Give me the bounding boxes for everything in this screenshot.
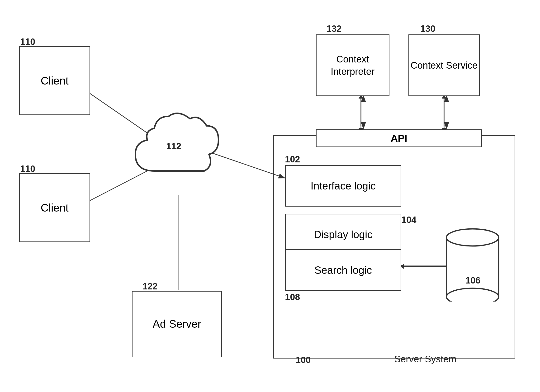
search-logic-label: Search logic	[315, 264, 372, 276]
client1-number-label: 110	[20, 37, 35, 47]
ad-server-label: Ad Server	[153, 317, 201, 331]
context-service-number: 130	[420, 24, 435, 34]
server-system-number: 100	[296, 355, 311, 365]
diagram-container: 110 Client 110 Client 112 122 Ad Server …	[0, 0, 540, 392]
context-interpreter-box: Context Interpreter	[316, 35, 390, 96]
svg-point-23	[446, 288, 499, 302]
interface-logic-label: Interface logic	[311, 180, 376, 192]
context-interpreter-number: 132	[326, 24, 341, 34]
api-label: API	[391, 133, 407, 144]
client1-box: Client	[19, 46, 90, 115]
client1-label: Client	[41, 74, 69, 87]
client2-label: Client	[41, 201, 69, 214]
svg-point-24	[446, 229, 499, 246]
client2-box: Client	[19, 173, 90, 242]
server-system-label: Server System	[394, 354, 456, 364]
network-number-label: 112	[166, 141, 181, 151]
ad-server-box: Ad Server	[132, 291, 222, 357]
context-service-label: Context Service	[410, 59, 478, 71]
ad-server-number-label: 122	[142, 281, 157, 292]
display-logic-number: 104	[401, 215, 416, 225]
display-logic-box: Display logic	[285, 214, 401, 255]
context-interpreter-label: Context Interpreter	[316, 53, 389, 78]
display-logic-label: Display logic	[314, 229, 373, 241]
search-logic-box: Search logic	[285, 249, 401, 291]
client2-number-label: 110	[20, 164, 35, 174]
interface-logic-box: Interface logic	[285, 165, 401, 207]
database-cylinder	[444, 226, 501, 302]
search-logic-number: 108	[285, 292, 300, 302]
interface-logic-number: 102	[285, 154, 300, 164]
context-service-box: Context Service	[408, 35, 480, 96]
api-bar: API	[316, 129, 482, 147]
db-number-label: 106	[465, 275, 480, 286]
